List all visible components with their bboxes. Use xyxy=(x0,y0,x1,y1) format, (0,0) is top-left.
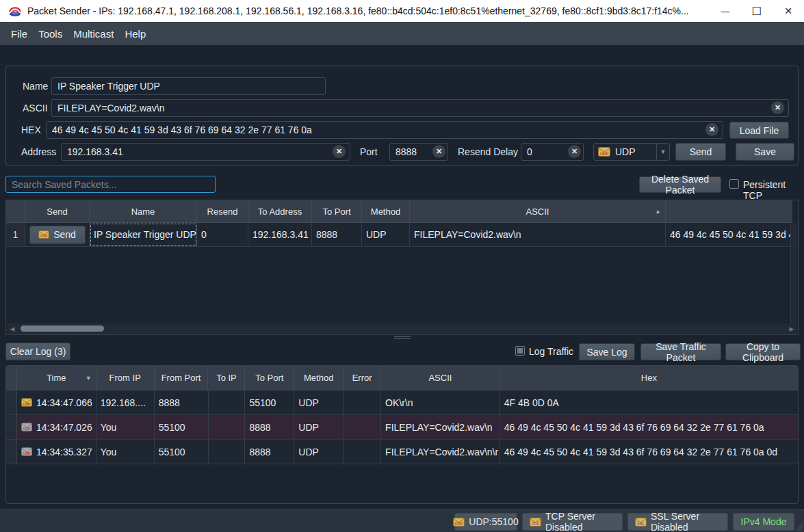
log-traffic-checkbox[interactable] xyxy=(515,346,525,356)
hex-input[interactable] xyxy=(46,121,723,139)
log-cell-hex[interactable]: 46 49 4c 45 50 4c 41 59 3d 43 6f 76 69 6… xyxy=(500,440,798,464)
close-icon[interactable]: ✕ xyxy=(773,0,804,22)
row-send-button[interactable]: UDP Send xyxy=(29,226,86,244)
log-row[interactable]: UDP 14:34:47.066 192.168.... 8888 55100 … xyxy=(6,390,798,415)
address-input[interactable] xyxy=(61,143,350,161)
splitter-handle[interactable] xyxy=(5,336,799,340)
resize-grip[interactable] xyxy=(794,522,803,531)
save-button[interactable]: Save xyxy=(736,143,794,161)
maximize-icon[interactable]: ☐ xyxy=(741,0,773,22)
saved-cell-ascii[interactable]: FILEPLAY=Covid2.wav\n xyxy=(410,223,666,247)
log-cell-from-ip[interactable]: 192.168.... xyxy=(96,390,155,415)
log-header-error[interactable]: Error xyxy=(343,366,381,390)
log-cell-from-port[interactable]: 55100 xyxy=(155,440,209,464)
log-cell-to-ip[interactable] xyxy=(209,390,246,415)
saved-header-ascii[interactable]: ASCII▲ xyxy=(410,200,666,223)
log-header-method[interactable]: Method xyxy=(294,366,343,390)
log-header-from-ip[interactable]: From IP xyxy=(96,366,155,390)
log-cell-to-port[interactable]: 8888 xyxy=(245,415,294,440)
address-clear-icon[interactable]: ✕ xyxy=(333,145,346,158)
log-cell-hex[interactable]: 4F 4B 0D 0A xyxy=(500,390,798,415)
menu-file[interactable]: File xyxy=(5,22,33,45)
log-cell-ascii[interactable]: OK\r\n xyxy=(381,390,500,415)
menu-tools[interactable]: Tools xyxy=(33,22,68,45)
saved-cell-name[interactable]: IP Speaker Trigger UDP xyxy=(90,223,197,247)
scroll-left-icon[interactable]: ◀ xyxy=(7,325,18,332)
saved-cell-method[interactable]: UDP xyxy=(362,223,410,247)
resend-delay-label: Resend Delay xyxy=(458,143,518,161)
sort-desc-icon: ▼ xyxy=(86,375,92,382)
log-cell-to-ip[interactable] xyxy=(209,415,246,440)
saved-header-resend[interactable]: Resend xyxy=(197,200,248,223)
log-header-to-ip[interactable]: To IP xyxy=(208,366,245,390)
log-cell-error[interactable] xyxy=(343,415,381,440)
scroll-right-icon[interactable]: ▶ xyxy=(786,325,797,332)
log-header-time[interactable]: Time▼ xyxy=(17,366,96,390)
log-cell-to-port[interactable]: 8888 xyxy=(245,440,294,464)
log-cell-from-port[interactable]: 55100 xyxy=(155,415,209,440)
copy-to-clipboard-button[interactable]: Copy to Clipboard xyxy=(725,343,801,360)
log-cell-method[interactable]: UDP xyxy=(294,415,343,440)
saved-header-to-address[interactable]: To Address xyxy=(248,200,312,223)
log-cell-ascii[interactable]: FILEPLAY=Covid2.wav\n\r xyxy=(381,440,500,464)
log-cell-from-ip[interactable]: You xyxy=(96,415,155,440)
log-cell-error[interactable] xyxy=(343,440,381,464)
log-header-from-port[interactable]: From Port xyxy=(155,366,209,390)
saved-corner-header xyxy=(6,200,25,223)
clear-log-button[interactable]: Clear Log (3) xyxy=(5,343,70,360)
name-input[interactable] xyxy=(51,77,326,95)
minimize-icon[interactable]: — xyxy=(710,0,741,22)
log-cell-from-ip[interactable]: You xyxy=(96,440,155,464)
saved-table-header: Send Name Resend To Address To Port Meth… xyxy=(6,200,798,223)
protocol-select[interactable]: UDP UDP ▼ xyxy=(593,143,670,161)
ssl-server-status-button[interactable]: SSL SSL Server Disabled xyxy=(627,513,728,531)
load-file-button[interactable]: Load File xyxy=(729,122,789,139)
persistent-tcp-checkbox[interactable] xyxy=(729,179,739,189)
ascii-clear-icon[interactable]: ✕ xyxy=(771,101,784,114)
resend-clear-icon[interactable]: ✕ xyxy=(568,145,581,158)
menu-bar: File Tools Multicast Help xyxy=(0,22,804,45)
ascii-input[interactable] xyxy=(51,99,789,117)
hscroll-thumb[interactable] xyxy=(21,325,104,332)
chevron-down-icon[interactable]: ▼ xyxy=(657,148,669,155)
log-header-to-port[interactable]: To Port xyxy=(245,366,294,390)
log-cell-method[interactable]: UDP xyxy=(294,440,343,464)
save-log-button[interactable]: Save Log xyxy=(579,343,635,360)
log-header-ascii[interactable]: ASCII xyxy=(381,366,500,390)
udp-server-status-button[interactable]: UDP UDP:55100 xyxy=(454,513,517,531)
port-clear-icon[interactable]: ✕ xyxy=(432,145,445,158)
delete-saved-packet-button[interactable]: Delete Saved Packet xyxy=(639,176,721,193)
send-button[interactable]: Send xyxy=(675,143,726,161)
saved-cell-resend[interactable]: 0 xyxy=(197,223,248,247)
saved-cell-to-address[interactable]: 192.168.3.41 xyxy=(248,223,312,247)
log-cell-to-port[interactable]: 55100 xyxy=(245,390,294,415)
log-cell-to-ip[interactable] xyxy=(209,440,246,464)
saved-header-method[interactable]: Method xyxy=(362,200,410,223)
log-cell-method[interactable]: UDP xyxy=(294,390,343,415)
log-cell-hex[interactable]: 46 49 4c 45 50 4c 41 59 3d 43 6f 76 69 6… xyxy=(500,415,798,440)
mail-udp-icon: UDP xyxy=(453,518,465,527)
save-traffic-packet-button[interactable]: Save Traffic Packet xyxy=(640,343,721,360)
log-row[interactable]: UDP 14:34:35.327 You 55100 8888 UDP FILE… xyxy=(6,440,798,464)
saved-table-hscrollbar[interactable]: ◀ ▶ xyxy=(7,323,797,334)
tcp-server-status-button[interactable]: TCP TCP Server Disabled xyxy=(522,513,623,531)
log-cell-error[interactable] xyxy=(343,390,381,415)
saved-header-name[interactable]: Name xyxy=(90,200,197,223)
search-input[interactable] xyxy=(5,176,216,193)
menu-help[interactable]: Help xyxy=(119,22,151,45)
log-cell-from-port[interactable]: 8888 xyxy=(155,390,209,415)
saved-cell-to-port[interactable]: 8888 xyxy=(312,223,362,247)
ssl-server-status-label: SSL Server Disabled xyxy=(651,511,721,532)
log-header-hex[interactable]: Hex xyxy=(500,366,798,390)
saved-packet-row[interactable]: 1 UDP Send IP Speaker Trigger UDP 0 192.… xyxy=(6,223,798,247)
menu-multicast[interactable]: Multicast xyxy=(68,22,119,45)
log-row-selected[interactable]: UDP 14:34:47.026 You 55100 8888 UDP FILE… xyxy=(6,415,798,440)
saved-cell-hex[interactable]: 46 49 4c 45 50 4c 41 59 3d 43 6f 76 69 6… xyxy=(666,223,792,247)
ipv4-mode-button[interactable]: IPv4 Mode xyxy=(733,513,794,531)
saved-header-hex[interactable] xyxy=(666,200,792,223)
saved-header-send[interactable]: Send xyxy=(25,200,90,223)
saved-table-vscrollbar[interactable] xyxy=(790,223,797,323)
saved-header-to-port[interactable]: To Port xyxy=(312,200,362,223)
hex-clear-icon[interactable]: ✕ xyxy=(705,123,718,136)
log-cell-ascii[interactable]: FILEPLAY=Covid2.wav\n xyxy=(381,415,500,440)
